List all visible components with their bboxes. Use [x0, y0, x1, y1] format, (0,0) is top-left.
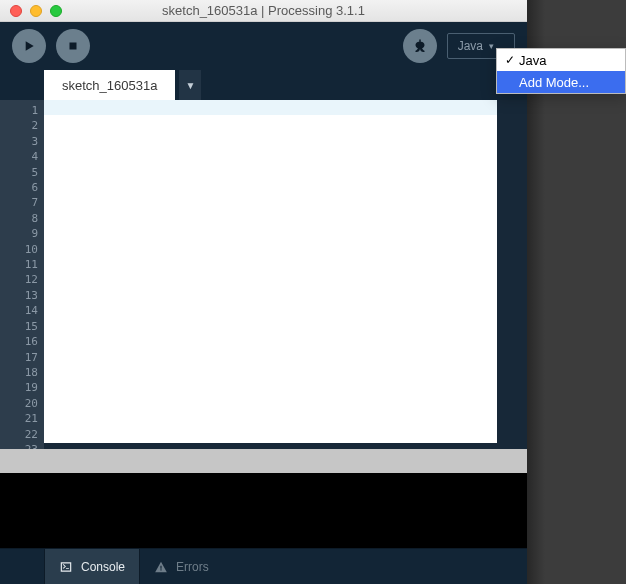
mode-selector-label: Java [458, 39, 483, 53]
run-button[interactable] [12, 29, 46, 63]
debug-button[interactable] [403, 29, 437, 63]
minimize-window-button[interactable] [30, 5, 42, 17]
chevron-down-icon: ▼ [185, 80, 195, 91]
mode-dropdown-item[interactable]: Add Mode... [497, 71, 625, 93]
line-gutter: 1 2 3 4 5 6 7 8 9 10 11 12 13 14 15 16 1… [0, 100, 44, 449]
svg-rect-0 [70, 43, 77, 50]
window-controls [0, 5, 62, 17]
errors-tab[interactable]: Errors [140, 549, 223, 585]
zoom-window-button[interactable] [50, 5, 62, 17]
window-title: sketch_160531a | Processing 3.1.1 [0, 3, 527, 18]
console-icon [59, 560, 73, 574]
close-window-button[interactable] [10, 5, 22, 17]
status-bar: Console Errors [0, 548, 527, 584]
current-line-highlight [44, 100, 497, 115]
errors-tab-label: Errors [176, 560, 209, 574]
chevron-down-icon: ▾ [489, 41, 494, 51]
mode-dropdown[interactable]: ✓JavaAdd Mode... [496, 48, 626, 94]
toolbar: Java ▾ [0, 22, 527, 70]
stop-button[interactable] [56, 29, 90, 63]
stop-icon [66, 39, 80, 53]
pane-splitter[interactable] [0, 449, 527, 473]
mode-dropdown-item[interactable]: ✓Java [497, 49, 625, 71]
console-tab[interactable]: Console [44, 549, 140, 585]
mode-dropdown-item-label: Add Mode... [519, 75, 589, 90]
editor: 1 2 3 4 5 6 7 8 9 10 11 12 13 14 15 16 1… [0, 100, 527, 449]
console-output[interactable] [0, 473, 527, 548]
tab-menu-button[interactable]: ▼ [179, 70, 201, 100]
sketch-tab[interactable]: sketch_160531a [44, 70, 175, 100]
mode-dropdown-item-label: Java [519, 53, 546, 68]
tab-strip: sketch_160531a ▼ [0, 70, 527, 100]
play-icon [21, 38, 37, 54]
titlebar: sketch_160531a | Processing 3.1.1 [0, 0, 527, 22]
code-area[interactable] [44, 100, 497, 443]
check-icon: ✓ [503, 53, 517, 67]
console-tab-label: Console [81, 560, 125, 574]
sketch-tab-label: sketch_160531a [62, 78, 157, 93]
warning-icon [154, 560, 168, 574]
butterfly-icon [411, 37, 429, 55]
